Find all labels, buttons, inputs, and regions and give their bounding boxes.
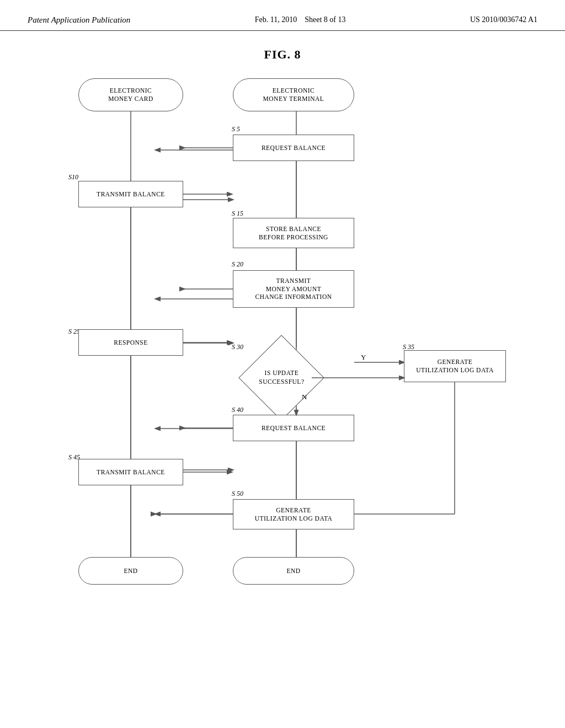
- header-right: US 2010/0036742 A1: [470, 15, 537, 24]
- s15-label: S 15: [232, 210, 243, 218]
- s15-store-balance: STORE BALANCE BEFORE PROCESSING: [233, 218, 354, 248]
- s5-request-balance: REQUEST BALANCE: [233, 135, 354, 161]
- s25-response: RESPONSE: [78, 329, 183, 356]
- s45-transmit-balance: TRANSMIT BALANCE: [78, 459, 183, 485]
- s50-generate-log: GENERATE UTILIZATION LOG DATA: [233, 499, 354, 529]
- header-center: Feb. 11, 2010 Sheet 8 of 13: [255, 15, 346, 24]
- s5-label: S 5: [232, 125, 240, 133]
- s30-y-label: Y: [361, 353, 366, 362]
- end-left: END: [78, 557, 183, 585]
- figure-title: FIG. 8: [0, 47, 565, 62]
- s10-label: S10: [68, 173, 78, 181]
- s30-is-update-successful: IS UPDATE SUCCESSFUL?: [238, 335, 324, 421]
- s20-label: S 20: [232, 260, 243, 269]
- end-right: END: [233, 557, 354, 585]
- s30-label: S 30: [232, 343, 243, 351]
- s50-label: S 50: [232, 490, 243, 498]
- s35-generate-log: GENERATE UTILIZATION LOG DATA: [404, 350, 506, 382]
- s10-transmit-balance: TRANSMIT BALANCE: [78, 181, 183, 207]
- header-left: Patent Application Publication: [28, 15, 130, 25]
- s40-label: S 40: [232, 406, 243, 414]
- electronic-money-card-node: ELECTRONIC MONEY CARD: [78, 78, 183, 111]
- diagram-container: ELECTRONIC MONEY CARD ELECTRONIC MONEY T…: [45, 73, 520, 613]
- s30-n-label: N: [302, 393, 307, 402]
- s20-transmit-money: TRANSMIT MONEY AMOUNT CHANGE INFORMATION: [233, 270, 354, 308]
- page-header: Patent Application Publication Feb. 11, …: [0, 0, 565, 31]
- s40-request-balance: REQUEST BALANCE: [233, 415, 354, 441]
- electronic-money-terminal-node: ELECTRONIC MONEY TERMINAL: [233, 78, 354, 111]
